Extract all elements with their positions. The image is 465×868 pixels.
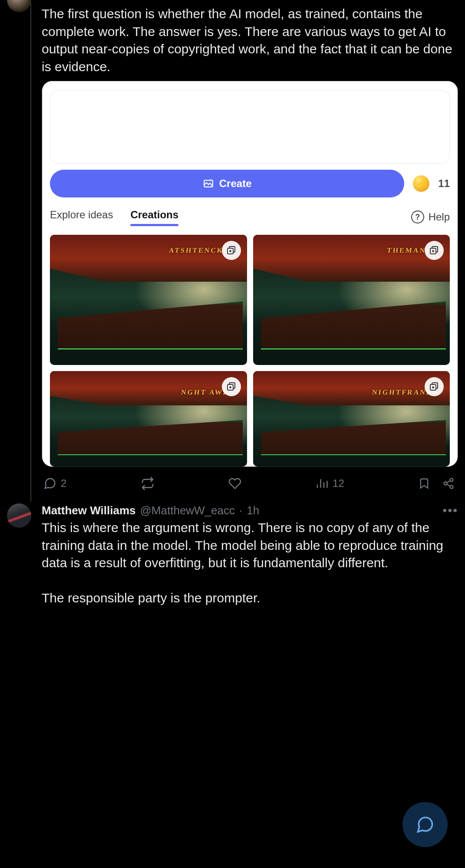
timestamp[interactable]: 1h xyxy=(247,504,259,517)
coin-count: 11 xyxy=(438,178,450,190)
tweet-2: Matthew Williams @MatthewW_eacc · 1h •••… xyxy=(0,502,465,609)
prompt-input xyxy=(50,90,450,164)
reply-button[interactable]: 2 xyxy=(43,477,66,490)
tweet-paragraph: This is where the argument is wrong. The… xyxy=(42,519,458,572)
image-sparkle-icon xyxy=(203,178,214,189)
coin-icon: ⚡ xyxy=(413,175,429,192)
avatar[interactable] xyxy=(7,0,31,12)
create-button-label: Create xyxy=(219,178,252,190)
separator-dot: · xyxy=(239,504,242,517)
add-variation-icon[interactable] xyxy=(222,241,241,260)
tweet-text: The first question is whether the AI mod… xyxy=(42,5,458,76)
more-button[interactable]: ••• xyxy=(443,503,458,517)
avatar[interactable] xyxy=(7,503,31,528)
reply-count: 2 xyxy=(61,477,66,490)
tweet-text: This is where the argument is wrong. The… xyxy=(42,519,458,607)
handle[interactable]: @MatthewW_eacc xyxy=(140,504,235,517)
embedded-screenshot[interactable]: Create ⚡ 11 Explore ideas Creations ? He… xyxy=(42,81,458,467)
views-count: 12 xyxy=(333,477,344,490)
help-icon: ? xyxy=(411,210,424,224)
help-link[interactable]: ? Help xyxy=(411,210,450,224)
share-button[interactable] xyxy=(442,477,455,490)
tweet-actions: 2 12 xyxy=(42,467,458,500)
tab-explore-ideas[interactable]: Explore ideas xyxy=(50,209,113,225)
views-button[interactable]: 12 xyxy=(315,477,344,490)
speech-bubble-icon xyxy=(416,815,435,834)
tweet-header: Matthew Williams @MatthewW_eacc · 1h ••• xyxy=(42,503,458,517)
tweet-paragraph: The responsible party is the prompter. xyxy=(42,589,458,607)
tab-creations[interactable]: Creations xyxy=(130,209,178,225)
tweet-1: The first question is whether the AI mod… xyxy=(0,0,465,502)
add-variation-icon[interactable] xyxy=(425,241,444,260)
creation-thumb-2[interactable]: THEMANKS xyxy=(253,235,450,365)
creation-thumb-4[interactable]: NIGHTFRANKS xyxy=(253,371,450,467)
svg-line-13 xyxy=(447,481,450,483)
add-variation-icon[interactable] xyxy=(425,377,444,396)
creation-thumb-3[interactable]: NGHT AWKS xyxy=(50,371,247,467)
compose-fab[interactable] xyxy=(402,802,448,847)
create-button[interactable]: Create xyxy=(50,170,404,197)
bookmark-button[interactable] xyxy=(418,477,430,490)
svg-line-12 xyxy=(447,484,450,487)
like-button[interactable] xyxy=(228,477,241,490)
help-label: Help xyxy=(429,211,450,223)
svg-point-10 xyxy=(444,482,447,485)
add-variation-icon[interactable] xyxy=(222,377,241,396)
creation-thumb-1[interactable]: ATSHTENCKES xyxy=(50,235,247,365)
retweet-button[interactable] xyxy=(141,477,155,490)
display-name[interactable]: Matthew Williams xyxy=(42,504,135,517)
svg-point-9 xyxy=(450,478,453,481)
svg-point-11 xyxy=(450,486,453,489)
